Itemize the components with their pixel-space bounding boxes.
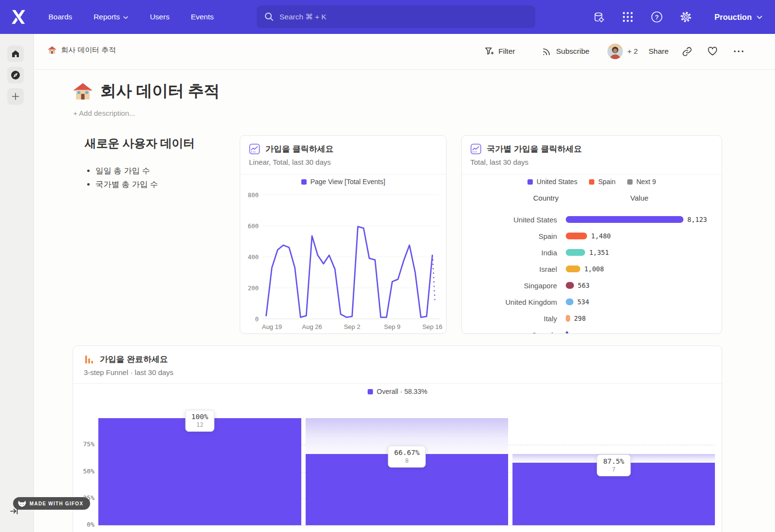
country-label: United States [462, 216, 566, 224]
subscribe-button[interactable]: Subscribe [542, 44, 589, 59]
sidebar-add-button[interactable] [7, 88, 24, 105]
svg-text:600: 600 [248, 222, 259, 230]
mixpanel-logo-icon[interactable] [9, 9, 28, 25]
project-switcher[interactable]: Prouction [714, 13, 762, 22]
country-row[interactable]: Spain1,480 [462, 228, 722, 244]
help-icon[interactable]: ? [651, 11, 663, 23]
nav-item-boards[interactable]: Boards [48, 13, 72, 21]
insights-chart-icon [470, 143, 481, 155]
settings-gear-icon[interactable] [680, 11, 692, 23]
funnel-step-pct: 66.67% [394, 449, 419, 456]
funnel-step-pct: 100% [191, 413, 208, 421]
card-subtitle: Linear, Total, last 30 days [249, 158, 446, 166]
primary-nav: BoardsReportsUsersEvents [48, 13, 214, 21]
legend-item[interactable]: Page View [Total Events] [301, 178, 386, 186]
card-title[interactable]: 국가별 가입을 클릭하세요 [487, 143, 582, 155]
legend-item[interactable]: Next 9 [627, 178, 656, 186]
breadcrumb-label: 회사 데이터 추적 [61, 46, 116, 55]
favorite-button[interactable] [707, 44, 718, 59]
svg-text:Aug 26: Aug 26 [302, 323, 322, 330]
funnel-legend: Overall · 58.33% [73, 388, 722, 395]
svg-text:0: 0 [255, 315, 259, 323]
legend-label: Spain [598, 178, 616, 186]
funnel-step-label[interactable]: 87.5%7 [597, 454, 631, 476]
country-rows: United States8,123Spain1,480India1,351Is… [462, 211, 722, 334]
country-bar[interactable] [566, 266, 580, 272]
share-button[interactable]: Share [649, 44, 668, 59]
card-title[interactable]: 가입을 완료하세요 [100, 354, 168, 365]
note-bullet: 일일 총 가입 수 [95, 164, 230, 177]
svg-text:400: 400 [248, 253, 259, 261]
search-placeholder: Search ⌘ + K [279, 13, 326, 21]
country-row[interactable]: Israel1,008 [462, 261, 722, 277]
card-subtitle: Total, last 30 days [470, 158, 722, 166]
country-bar[interactable] [566, 282, 574, 289]
house-emoji-icon [73, 82, 93, 101]
more-options-button[interactable] [733, 44, 744, 59]
country-label: India [462, 249, 566, 257]
country-label: Singapore [462, 282, 566, 290]
country-row[interactable]: United Kingdom534 [462, 294, 722, 310]
country-row[interactable]: Italy298 [462, 310, 722, 327]
country-bar[interactable] [566, 331, 568, 334]
nav-item-events[interactable]: Events [191, 13, 214, 21]
funnel-chart-icon [84, 354, 94, 365]
funnel-card: 가입을 완료하세요 3-step Funnel · last 30 days O… [73, 345, 722, 532]
house-emoji-icon [47, 46, 57, 54]
country-value: 1,008 [584, 265, 604, 273]
country-label: Israel [462, 265, 566, 273]
country-bar[interactable] [566, 298, 574, 305]
country-value: 8,123 [687, 216, 707, 223]
search-input[interactable]: Search ⌘ + K [257, 5, 535, 28]
country-label: Spain [462, 232, 566, 240]
notes-heading: 새로운 사용자 데이터 [85, 136, 230, 151]
funnel-y-label: 75% [73, 440, 94, 448]
country-bar[interactable] [566, 233, 587, 239]
card-title[interactable]: 가입을 클릭하세요 [265, 143, 334, 155]
card-subtitle: 3-step Funnel · last 30 days [84, 368, 722, 376]
country-row[interactable]: United States8,123 [462, 211, 722, 228]
legend-swatch [527, 179, 533, 185]
country-bar[interactable] [566, 315, 570, 322]
funnel-bar[interactable] [98, 418, 301, 525]
legend-swatch [589, 179, 594, 185]
notes-bullet-list: 일일 총 가입 수국가별 총 가입 수 [95, 164, 230, 191]
data-management-icon[interactable] [592, 11, 605, 23]
page-title[interactable]: 회사 데이터 추적 [100, 80, 220, 102]
country-row[interactable]: Singapore563 [462, 277, 722, 294]
insights-chart-icon [249, 143, 260, 155]
country-row[interactable]: India1,351 [462, 244, 722, 261]
funnel-step-label[interactable]: 66.67%8 [388, 446, 426, 468]
apps-grid-icon[interactable] [621, 11, 634, 23]
legend-swatch [301, 179, 307, 185]
funnel-step-count: 7 [603, 466, 624, 473]
legend-item[interactable]: Spain [589, 178, 616, 186]
nav-item-users[interactable]: Users [150, 13, 169, 21]
legend-item[interactable]: Overall · 58.33% [368, 388, 427, 395]
line-chart-plot[interactable]: 0200400600800Aug 19Aug 26Sep 2Sep 9Sep 1… [240, 187, 447, 333]
plus-icon [12, 93, 19, 100]
column-header-country: Country [512, 194, 580, 202]
sidebar-discover-button[interactable] [7, 67, 24, 83]
sidebar-home-button[interactable] [7, 46, 24, 62]
copy-link-button[interactable] [682, 44, 692, 59]
add-description[interactable]: + Add description... [73, 109, 135, 117]
breadcrumb[interactable]: 회사 데이터 추적 [47, 46, 116, 55]
legend-item[interactable]: United States [527, 178, 577, 186]
country-row[interactable]: Canada [462, 327, 722, 334]
nav-item-label: Events [191, 13, 214, 21]
nav-item-reports[interactable]: Reports [93, 13, 128, 21]
funnel-step-label[interactable]: 100%12 [185, 410, 215, 432]
collaborators[interactable]: + 2 [607, 44, 638, 59]
home-icon [11, 49, 20, 58]
heart-icon [707, 47, 718, 56]
country-bar[interactable] [566, 216, 683, 223]
svg-text:200: 200 [248, 284, 259, 292]
funnel-step-count: 12 [191, 421, 208, 428]
compass-icon [11, 70, 20, 80]
line-chart-card: 가입을 클릭하세요 Linear, Total, last 30 days Pa… [240, 135, 447, 334]
country-value: 534 [577, 298, 589, 306]
country-bar[interactable] [566, 249, 585, 256]
chevron-down-icon [757, 16, 762, 19]
filter-button[interactable]: Filter [484, 44, 515, 59]
